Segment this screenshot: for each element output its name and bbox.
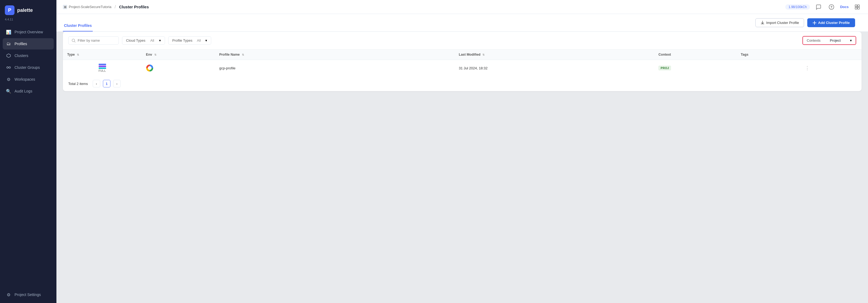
svg-marker-0 [7,54,10,58]
cell-type: FULL [63,60,142,77]
sidebar-item-label: Clusters [14,54,28,58]
sidebar-bottom: ⚙ Project Settings [0,286,56,303]
col-last-modified: Last Modified ⇅ [455,50,654,60]
col-type: Type ⇅ [63,50,142,60]
gcp-inner [148,66,152,70]
profile-bar-bot [99,67,106,69]
table-body: FULL gcp-profile [63,60,862,77]
sidebar-item-project-overview[interactable]: 📊 Project Overview [3,26,54,38]
next-page-button[interactable]: › [113,80,121,87]
type-sort-icon[interactable]: ⇅ [77,53,79,56]
contexts-label: Contexts [807,38,820,42]
sidebar-item-label: Project Settings [14,293,41,297]
add-cluster-profile-button[interactable]: Add Cluster Profile [807,18,855,27]
profile-bar-mid [99,66,106,67]
pagination-total: Total 2 items [68,82,88,86]
cloud-types-value: All [150,38,154,42]
filters-row: Cloud Types All ▾ Profile Types All ▾ Co… [63,32,862,50]
col-profile-name: Profile Name ⇅ [215,50,455,60]
profile-types-chevron-icon: ▾ [205,38,207,42]
sidebar-item-profiles[interactable]: 🗂 Profiles [3,38,54,50]
svg-text:?: ? [831,5,833,9]
col-context: Context [654,50,736,60]
import-button-label: Import Cluster Profile [766,21,799,25]
topbar: ▦ Project-ScaleSecureTutoria / Cluster P… [56,0,868,14]
cell-tags [737,60,799,77]
sidebar-item-project-settings[interactable]: ⚙ Project Settings [3,289,54,300]
cell-env [142,60,215,77]
profiles-table: Type ⇅ Env ⇅ Profile Name ⇅ [63,50,862,76]
table-card: Cloud Types All ▾ Profile Types All ▾ Co… [63,32,862,91]
env-sort-icon[interactable]: ⇅ [154,53,156,56]
row-menu-button[interactable]: ⋮ [804,64,811,72]
sidebar: P palette 4.4.11 📊 Project Overview 🗂 Pr… [0,0,56,303]
sidebar-item-audit-logs[interactable]: 🔍 Audit Logs [3,86,54,97]
breadcrumb-separator: / [115,5,116,9]
sidebar-item-clusters[interactable]: Clusters [3,50,54,61]
svg-rect-5 [855,5,857,7]
svg-point-9 [72,39,75,42]
profile-types-value: All [197,38,201,42]
topbar-project: ▦ Project-ScaleSecureTutoria [63,5,111,9]
topbar-right: 1.98/100kCh ? Docs [785,3,862,11]
audit-logs-icon: 🔍 [6,88,11,94]
table-header: Type ⇅ Env ⇅ Profile Name ⇅ [63,50,862,60]
cell-last-modified: 31 Jul 2024, 18:32 [455,60,654,77]
docs-link[interactable]: Docs [840,5,849,9]
chat-icon-btn[interactable] [814,3,823,11]
gcp-circle [146,64,153,71]
sidebar-item-label: Audit Logs [14,89,32,93]
col-tags: Tags [737,50,799,60]
cell-profile-name: gcp-profile [215,60,455,77]
contexts-chevron-icon: ▾ [850,38,852,42]
cloud-types-dropdown[interactable]: Cloud Types All ▾ [122,36,165,44]
search-input[interactable] [78,38,115,42]
prev-page-button[interactable]: ‹ [93,80,100,87]
tabs-actions-bar: Cluster Profiles Import Cluster Profile … [56,14,868,32]
sidebar-item-workspaces[interactable]: ⚙ Workspaces [3,74,54,85]
project-settings-icon: ⚙ [6,292,11,297]
cell-row-menu: ⋮ [799,60,862,77]
sidebar-item-label: Cluster Groups [14,65,40,70]
workspaces-icon: ⚙ [6,77,11,82]
profile-name-sort-icon[interactable]: ⇅ [242,53,244,56]
add-button-label: Add Cluster Profile [818,21,850,25]
page-content: Cluster Profiles Import Cluster Profile … [56,14,868,91]
gcp-env-icon [146,64,153,72]
profile-stack-icon [99,64,106,69]
clusters-icon [6,53,11,58]
help-icon-btn[interactable]: ? [827,3,836,11]
profiles-icon: 🗂 [6,41,11,47]
contexts-dropdown[interactable]: Contexts Project ▾ [802,36,856,45]
sidebar-logo: P palette [0,0,56,17]
main-area: ▦ Project-ScaleSecureTutoria / Cluster P… [56,0,868,303]
palette-logo-icon: P [5,5,14,15]
profile-bar-top [99,64,106,65]
import-cluster-profile-button[interactable]: Import Cluster Profile [755,18,804,27]
project-name: Project-ScaleSecureTutoria [69,5,111,9]
svg-point-2 [9,67,10,68]
table-row: FULL gcp-profile [63,60,862,77]
project-overview-icon: 📊 [6,29,11,35]
grid-icon-btn[interactable] [853,3,862,11]
cell-context: PROJ [654,60,736,77]
svg-rect-6 [858,5,859,7]
add-icon [813,21,816,25]
tabs-bar: Cluster Profiles [56,14,749,31]
search-input-wrap[interactable] [68,36,119,44]
topbar-breadcrumb: ▦ Project-ScaleSecureTutoria / Cluster P… [63,5,149,9]
tab-cluster-profiles[interactable]: Cluster Profiles [63,20,93,31]
profile-types-dropdown[interactable]: Profile Types All ▾ [168,36,211,44]
svg-rect-7 [855,7,857,9]
sidebar-item-cluster-groups[interactable]: Cluster Groups [3,62,54,73]
sidebar-item-label: Project Overview [14,30,43,34]
usage-indicator: 1.98/100kCh [785,4,810,10]
sidebar-nav: 📊 Project Overview 🗂 Profiles Clusters C… [0,25,56,286]
cloud-types-label: Cloud Types [126,38,145,42]
import-icon [761,21,765,25]
project-icon: ▦ [63,5,67,9]
page-number-button[interactable]: 1 [103,80,111,87]
col-actions [799,50,862,60]
last-modified-sort-icon[interactable]: ⇅ [483,53,485,56]
profile-type-cell: FULL [67,64,137,72]
